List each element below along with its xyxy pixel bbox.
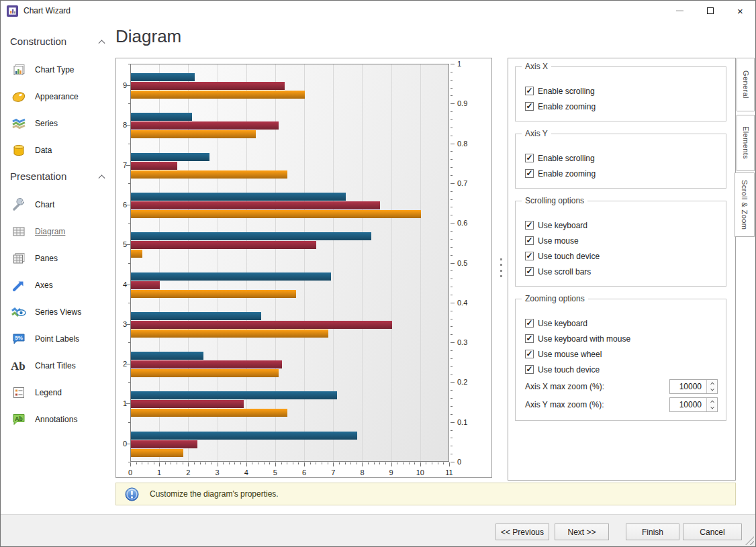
maximize-button[interactable] — [695, 1, 725, 21]
group-title: Scrolling options — [522, 196, 587, 205]
sidebar-item-appearance[interactable]: Appearance — [10, 83, 108, 110]
tick — [451, 183, 455, 184]
sidebar-section-header-construction[interactable]: Construction — [10, 36, 104, 47]
checkbox-row-axis-y-enable-zooming[interactable]: ✓Enable zooming — [525, 166, 719, 181]
options-panel: Axis X✓Enable scrolling✓Enable zoomingAx… — [508, 58, 736, 481]
sidebar-item-data[interactable]: Data — [10, 137, 108, 164]
tick — [322, 462, 322, 464]
tick — [403, 462, 404, 464]
spinner-value[interactable]: 10000 — [670, 398, 706, 411]
tick — [451, 80, 453, 81]
tab-scroll-zoom[interactable]: Scroll & Zoom — [735, 172, 755, 237]
checkbox-icon[interactable]: ✓ — [525, 221, 534, 230]
secondary-axis-label: 0.1 — [457, 418, 467, 426]
tick — [451, 255, 453, 256]
checkbox-row-zooming-options-use-keyboard[interactable]: ✓Use keyboard — [525, 315, 719, 331]
tick — [451, 207, 453, 207]
tick — [397, 462, 397, 464]
cancel-button[interactable]: Cancel — [683, 524, 742, 540]
tick — [451, 263, 455, 264]
sidebar-item-series-views[interactable]: Series Views — [10, 299, 108, 326]
sidebar-item-annotations[interactable]: AbAnnotations — [10, 406, 108, 433]
sidebar-item-chart-titles[interactable]: AbChart Titles — [10, 352, 108, 379]
tick — [126, 403, 130, 404]
checkbox-icon[interactable]: ✓ — [525, 252, 534, 260]
checkbox-icon[interactable]: ✓ — [525, 365, 534, 374]
axis-x-max-zoom-spinner[interactable]: 10000 — [669, 379, 718, 394]
y-axis-label: 9 — [117, 81, 127, 89]
tab-general[interactable]: General — [737, 58, 755, 111]
sidebar-item-legend[interactable]: Legend — [10, 379, 108, 406]
checkbox-row-scrolling-options-use-touch-device[interactable]: ✓Use touch device — [525, 248, 719, 264]
tick — [298, 462, 299, 464]
x-axis-label: 7 — [328, 468, 338, 477]
sidebar-item-label: Annotations — [35, 415, 77, 424]
checkbox-label: Enable scrolling — [538, 154, 595, 163]
spinner-row-axis-y-max-zoom: Axis Y max zoom (%):10000 — [525, 395, 719, 413]
close-button[interactable]: × — [725, 1, 755, 21]
checkbox-icon[interactable]: ✓ — [525, 334, 534, 343]
sidebar-item-panes[interactable]: Panes — [10, 245, 108, 272]
spin-up-button[interactable] — [707, 380, 717, 387]
secondary-axis-label: 0.6 — [457, 219, 467, 227]
checkbox-icon[interactable]: ✓ — [525, 319, 534, 328]
sidebar-item-series[interactable]: Series — [10, 110, 108, 137]
checkbox-icon[interactable]: ✓ — [525, 154, 534, 162]
checkbox-icon[interactable]: ✓ — [525, 102, 534, 111]
bar-group-0 — [131, 423, 448, 462]
checkbox-icon[interactable]: ✓ — [525, 267, 534, 276]
tick — [200, 462, 201, 464]
plot-area[interactable] — [130, 64, 449, 462]
bar-series-orange — [131, 290, 296, 298]
checkbox-row-scrolling-options-use-mouse[interactable]: ✓Use mouse — [525, 233, 719, 248]
spin-up-button[interactable] — [707, 398, 717, 405]
sidebar-item-point-labels[interactable]: 5%Point Labels — [10, 326, 108, 352]
tick — [391, 462, 392, 466]
splitter-handle[interactable] — [499, 258, 503, 277]
checkbox-icon[interactable]: ✓ — [525, 236, 534, 245]
spin-down-button[interactable] — [707, 405, 717, 411]
checkbox-row-zooming-options-use-mouse-wheel[interactable]: ✓Use mouse wheel — [525, 346, 719, 362]
sidebar-item-label: Point Labels — [35, 334, 79, 344]
tick — [328, 462, 328, 464]
tick — [142, 462, 142, 464]
sidebar-item-chart-type[interactable]: Chart Type — [10, 56, 108, 83]
checkbox-icon[interactable]: ✓ — [525, 350, 534, 358]
checkbox-row-scrolling-options-use-scroll-bars[interactable]: ✓Use scroll bars — [525, 264, 719, 279]
checkbox-icon[interactable]: ✓ — [525, 169, 534, 178]
spinner-value[interactable]: 10000 — [670, 380, 706, 393]
finish-button[interactable]: Finish — [626, 524, 679, 540]
checkbox-row-axis-y-enable-scrolling[interactable]: ✓Enable scrolling — [525, 150, 719, 166]
tick — [451, 390, 453, 391]
bar-group-8 — [131, 104, 448, 144]
tick — [126, 444, 130, 444]
sidebar-item-chart[interactable]: Chart — [10, 191, 108, 218]
checkbox-row-axis-x-enable-zooming[interactable]: ✓Enable zooming — [525, 99, 719, 114]
annotations-icon: Ab — [10, 412, 28, 427]
sidebar-item-axes[interactable]: Axes — [10, 272, 108, 299]
tab-elements[interactable]: Elements — [737, 115, 755, 171]
next-button[interactable]: Next >> — [555, 524, 609, 540]
sidebar-item-diagram[interactable]: Diagram — [10, 218, 108, 245]
bar-group-9 — [131, 64, 448, 104]
secondary-axis-label: 0.7 — [457, 179, 467, 187]
svg-text:Ab: Ab — [11, 360, 26, 372]
app-icon — [7, 5, 18, 17]
spin-down-button[interactable] — [707, 387, 717, 393]
bar-series-red — [131, 321, 392, 329]
sidebar-section-header-presentation[interactable]: Presentation — [10, 170, 104, 182]
sidebar-item-label: Axes — [35, 281, 53, 290]
tick — [281, 462, 282, 464]
checkbox-row-scrolling-options-use-keyboard[interactable]: ✓Use keyboard — [525, 217, 719, 233]
tick — [362, 462, 363, 466]
checkbox-row-zooming-options-use-touch-device[interactable]: ✓Use touch device — [525, 362, 719, 377]
checkbox-row-zooming-options-use-keyboard-with-mouse[interactable]: ✓Use keyboard with mouse — [525, 331, 719, 346]
axis-y-max-zoom-spinner[interactable]: 10000 — [669, 397, 718, 412]
bar-series-blue — [131, 391, 337, 399]
group-scrolling-options: Scrolling options✓Use keyboard✓Use mouse… — [515, 201, 726, 287]
checkbox-row-axis-x-enable-scrolling[interactable]: ✓Enable scrolling — [525, 83, 719, 99]
x-axis-label: 0 — [125, 468, 136, 477]
tick — [451, 239, 453, 240]
previous-button[interactable]: << Previous — [495, 524, 549, 540]
checkbox-icon[interactable]: ✓ — [525, 87, 534, 95]
